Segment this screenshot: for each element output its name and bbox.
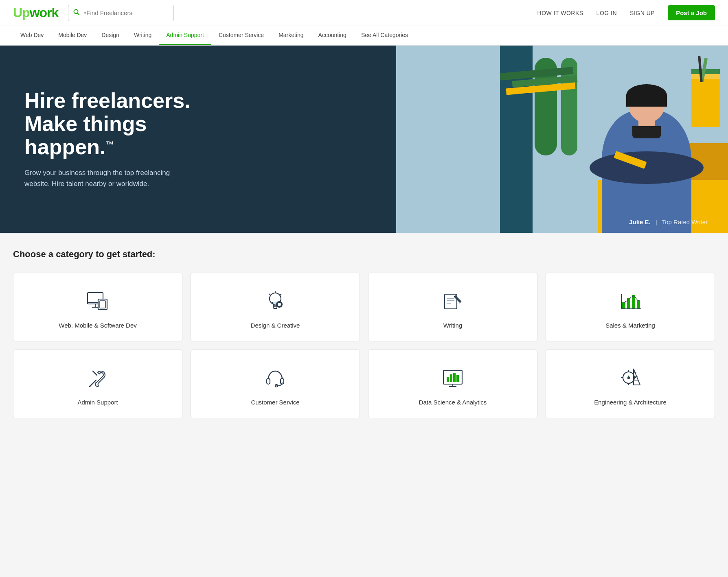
svg-line-33: [90, 386, 90, 387]
log-in-link[interactable]: LOG IN: [596, 10, 617, 16]
hero-content: Hire freelancers. Make things happen.™ G…: [0, 89, 244, 189]
svg-rect-17: [279, 306, 280, 308]
nav-web-dev[interactable]: Web Dev: [13, 26, 51, 45]
svg-point-51: [627, 376, 630, 379]
svg-rect-16: [279, 301, 280, 303]
category-label-writing: Writing: [443, 322, 462, 329]
nav-accounting[interactable]: Accounting: [311, 26, 354, 45]
hero-title-line1: Hire freelancers.: [24, 89, 191, 112]
chart-icon: [618, 289, 642, 314]
search-input[interactable]: [86, 9, 169, 16]
category-label-sales: Sales & Marketing: [605, 322, 655, 329]
category-label-admin: Admin Support: [77, 399, 118, 406]
category-card-sales[interactable]: Sales & Marketing: [546, 273, 715, 341]
nav-marketing[interactable]: Marketing: [271, 26, 311, 45]
category-card-design[interactable]: Design & Creative: [191, 273, 360, 341]
monitor-icon: [86, 289, 110, 314]
svg-rect-28: [632, 295, 635, 309]
hero-caption-role: Top Rated Writer: [662, 219, 708, 225]
category-card-data-science[interactable]: Data Science & Analytics: [368, 350, 537, 418]
category-card-engineering[interactable]: Engineering & Architecture: [546, 350, 715, 418]
headset-icon: [263, 366, 287, 391]
hero-section: Hire freelancers. Make things happen.™ G…: [0, 46, 728, 233]
svg-rect-13: [274, 307, 277, 308]
sign-up-link[interactable]: SIGN UP: [630, 10, 655, 16]
category-nav: Web Dev Mobile Dev Design Writing Admin …: [0, 26, 728, 46]
category-card-web[interactable]: Web, Mobile & Software Dev: [13, 273, 182, 341]
hero-caption-name: Julie E.: [629, 219, 651, 225]
post-job-button[interactable]: Post a Job: [668, 5, 715, 20]
hero-title: Hire freelancers. Make things happen.™: [24, 89, 220, 159]
category-label-web: Web, Mobile & Software Dev: [59, 322, 136, 329]
main-nav: HOW IT WORKS LOG IN SIGN UP Post a Job: [537, 5, 715, 20]
nav-design[interactable]: Design: [94, 26, 127, 45]
nav-see-all-categories[interactable]: See All Categories: [354, 26, 415, 45]
svg-rect-29: [637, 300, 640, 309]
how-it-works-link[interactable]: HOW IT WORKS: [537, 10, 583, 16]
header: Upwork ▾ HOW IT WORKS LOG IN SIGN UP Pos…: [0, 0, 728, 26]
hero-caption: Julie E. | Top Rated Writer: [629, 219, 708, 225]
svg-rect-41: [453, 373, 456, 382]
compass-icon: [618, 366, 642, 391]
analytics-icon: [441, 366, 465, 391]
svg-rect-18: [276, 304, 278, 305]
category-card-writing[interactable]: Writing: [368, 273, 537, 341]
svg-line-34: [93, 371, 97, 375]
categories-grid: Web, Mobile & Software Dev: [13, 273, 715, 418]
svg-rect-42: [456, 375, 459, 382]
hero-caption-divider: |: [656, 219, 657, 225]
category-card-admin[interactable]: Admin Support: [13, 350, 182, 418]
svg-line-11: [269, 294, 270, 295]
logo[interactable]: Upwork: [13, 5, 58, 20]
svg-rect-19: [281, 304, 283, 305]
category-label-design: Design & Creative: [251, 322, 300, 329]
nav-customer-service[interactable]: Customer Service: [211, 26, 271, 45]
svg-line-10: [280, 294, 281, 295]
pencil-icon: [441, 289, 465, 314]
logo-up: Up: [13, 5, 30, 20]
svg-point-15: [278, 303, 281, 306]
nav-mobile-dev[interactable]: Mobile Dev: [51, 26, 94, 45]
category-label-customer-service: Customer Service: [251, 399, 299, 406]
categories-section: Choose a category to get started: Web, M…: [0, 233, 728, 443]
search-bar[interactable]: ▾: [68, 5, 174, 21]
search-icon: [73, 9, 80, 17]
svg-rect-20: [445, 294, 457, 309]
hero-title-line2: Make things happen.: [24, 112, 147, 159]
trademark: ™: [105, 140, 114, 149]
nav-writing[interactable]: Writing: [127, 26, 159, 45]
lightbulb-icon: [263, 289, 287, 314]
svg-rect-39: [447, 377, 449, 382]
logo-work: work: [30, 5, 59, 20]
category-label-engineering: Engineering & Architecture: [594, 399, 667, 406]
svg-rect-35: [267, 378, 270, 384]
svg-rect-40: [450, 374, 452, 382]
nav-admin-support[interactable]: Admin Support: [159, 26, 211, 45]
category-card-customer-service[interactable]: Customer Service: [191, 350, 360, 418]
categories-title: Choose a category to get started:: [13, 249, 715, 260]
hero-subtitle: Grow your business through the top freel…: [24, 167, 179, 189]
svg-rect-38: [443, 370, 462, 384]
svg-rect-26: [622, 302, 625, 309]
svg-line-1: [78, 13, 79, 15]
category-label-data-science: Data Science & Analytics: [419, 399, 487, 406]
tools-icon: [86, 366, 110, 391]
hero-image: [291, 46, 728, 233]
